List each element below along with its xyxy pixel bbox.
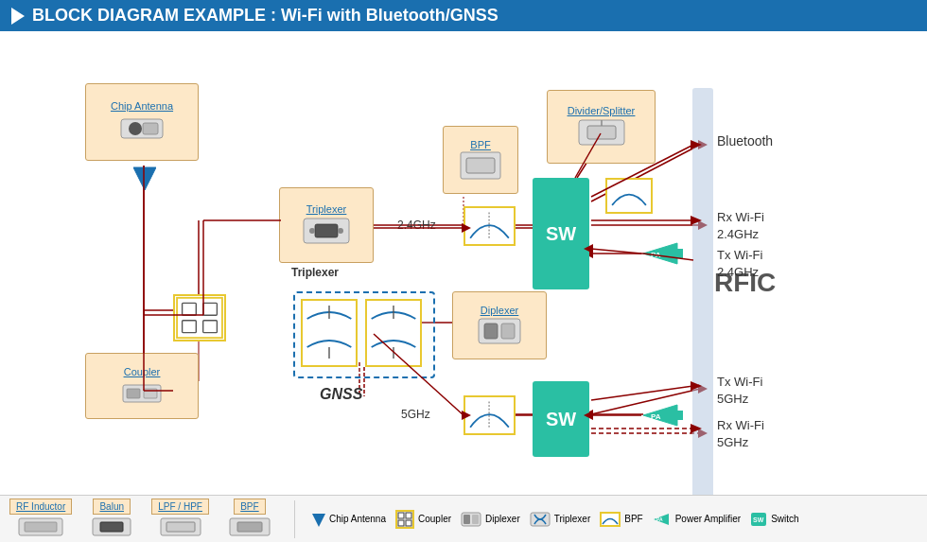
svg-point-41 — [338, 228, 343, 234]
sw-top-label: SW — [546, 223, 576, 245]
svg-rect-105 — [464, 515, 470, 524]
divider-label: Divider/Splitter — [568, 105, 636, 116]
triplexer-box: Triplexer — [279, 187, 374, 263]
rfic-bar — [692, 88, 713, 514]
bluetooth-label: Bluetooth — [717, 133, 773, 149]
gnss-filter-1-svg — [303, 301, 356, 365]
legend-coupler-label: Coupler — [418, 514, 451, 524]
gnss-filter-2-svg — [367, 301, 420, 365]
svg-marker-98 — [312, 514, 325, 527]
freq-24ghz-label: 2.4GHz — [397, 219, 436, 232]
legend-item-pa: PA Power Amplifier — [653, 512, 741, 527]
bpf-5ghz-svg — [465, 397, 514, 433]
svg-rect-57 — [677, 249, 683, 258]
svg-point-40 — [309, 228, 315, 234]
legend-item-diplexer: Diplexer — [461, 512, 520, 527]
legend-icons-row: Chip Antenna Coupler — [312, 510, 799, 529]
svg-rect-91 — [25, 522, 57, 532]
lpf-hpf-legend-label: LPF / HPF — [151, 499, 209, 515]
svg-text:PA: PA — [651, 251, 661, 259]
svg-rect-106 — [472, 515, 479, 524]
sw-bottom-label: SW — [546, 409, 576, 430]
legend-coupler-icon — [395, 510, 414, 529]
legend-item-antenna: Chip Antenna — [312, 511, 386, 528]
divider-icon — [576, 116, 627, 149]
legend-item-sw: SW Switch — [750, 512, 798, 527]
sw-24ghz-filter — [605, 178, 653, 214]
svg-rect-60 — [677, 411, 683, 420]
legend-divider — [294, 500, 295, 538]
legend-sw-icon: SW — [750, 512, 767, 527]
sw-bottom-block: SW — [533, 381, 589, 457]
rx-wifi-24-label: Rx Wi-Fi 2.4GHz — [717, 209, 764, 243]
svg-rect-31 — [127, 389, 140, 398]
legend-item-triplexer: Triplexer — [530, 512, 591, 527]
svg-marker-29 — [133, 167, 156, 190]
triplexer-icon — [301, 215, 352, 247]
diplexer-box: Diplexer — [452, 291, 547, 359]
bpf-top-box: BPF — [443, 126, 518, 194]
svg-rect-95 — [166, 522, 195, 532]
divider-splitter-box: Divider/Splitter — [547, 90, 656, 164]
legend-bpf-icon — [600, 512, 621, 527]
svg-rect-51 — [484, 324, 498, 339]
gnss-filter-2 — [365, 299, 422, 367]
svg-line-71 — [591, 249, 641, 254]
header-bar: BLOCK DIAGRAM EXAMPLE : Wi-Fi with Bluet… — [0, 0, 927, 31]
antenna-direction-icon — [133, 166, 156, 196]
coupler-box: Coupler — [85, 353, 199, 419]
bpf-legend-icon — [228, 515, 271, 539]
svg-rect-52 — [501, 324, 515, 339]
svg-rect-54 — [587, 126, 616, 139]
legend-item-coupler: Coupler — [395, 510, 451, 529]
svg-text:SW: SW — [753, 516, 764, 523]
svg-rect-97 — [237, 522, 262, 532]
coupler-icon — [121, 381, 163, 406]
legend-bpf-label: BPF — [624, 514, 642, 524]
svg-rect-33 — [177, 298, 222, 338]
legend-pa-label: Power Amplifier — [675, 514, 741, 524]
gnss-label: GNSS — [320, 386, 362, 403]
pa-bottom-svg: PA — [641, 403, 685, 428]
bpf-legend: BPF — [228, 499, 271, 539]
sw-top-block: SW — [533, 178, 589, 289]
chip-antenna-icon — [116, 112, 167, 144]
bpf-24ghz-svg — [465, 208, 514, 244]
rx-wifi-5-label: Rx Wi-Fi 5GHz — [717, 417, 764, 451]
svg-rect-47 — [466, 158, 495, 173]
bpf-5ghz-filter — [464, 395, 516, 435]
pa-top: PA — [641, 241, 685, 266]
gnss-filter-1 — [301, 299, 358, 367]
bpf-legend-label: BPF — [234, 499, 265, 515]
rf-inductor-legend-icon — [17, 515, 64, 539]
rf-inductor-legend-label: RF Inductor — [9, 499, 72, 515]
freq-5ghz-label: 5GHz — [401, 408, 430, 421]
sw-24ghz-svg — [607, 180, 651, 212]
balun-legend: Balun — [91, 499, 132, 539]
bpf-24ghz-filter — [464, 206, 516, 246]
rf-inductor-legend: RF Inductor — [9, 499, 72, 539]
pa-bottom: PA — [641, 403, 685, 428]
svg-point-27 — [129, 122, 142, 135]
header-triangle-icon — [11, 8, 25, 25]
chip-antenna-box: Chip Antenna — [85, 83, 199, 161]
diplexer-icon — [477, 316, 522, 346]
svg-rect-39 — [315, 224, 338, 237]
triplexer-label-link: Triplexer — [306, 203, 346, 215]
balun-legend-icon — [91, 515, 132, 539]
svg-text:PA: PA — [656, 516, 663, 522]
svg-rect-93 — [100, 522, 123, 532]
chip-antenna-label: Chip Antenna — [111, 100, 173, 112]
svg-rect-32 — [144, 389, 157, 398]
coupler-label: Coupler — [124, 366, 161, 377]
header-title: BLOCK DIAGRAM EXAMPLE : Wi-Fi with Bluet… — [32, 6, 498, 26]
legend-diplexer-label: Diplexer — [485, 514, 520, 524]
lpf-hpf-legend: LPF / HPF — [151, 499, 209, 539]
legend-antenna-icon — [312, 511, 325, 528]
legend-item-bpf: BPF — [600, 512, 642, 527]
diplexer-label: Diplexer — [481, 305, 518, 316]
tx-wifi-24-label: Tx Wi-Fi 2.4GHz — [717, 247, 762, 281]
legend-bar: RF Inductor Balun LPF / HPF BPF — [0, 495, 927, 542]
lpf-hpf-legend-icon — [159, 515, 202, 539]
legend-triplexer-icon — [530, 512, 551, 527]
